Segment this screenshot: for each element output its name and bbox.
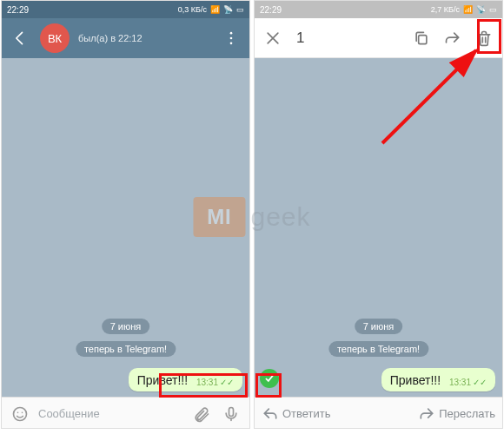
battery-icon: ▭ — [236, 5, 244, 14]
action-bar: Ответить Переслать — [255, 397, 502, 429]
input-bar: Сообщение — [2, 397, 249, 429]
selection-count: 1 — [293, 30, 401, 47]
forward-icon-button[interactable] — [441, 27, 464, 49]
net-speed: 2,7 КБ/с — [431, 5, 460, 14]
delete-button[interactable] — [473, 27, 495, 49]
forward-label: Переслать — [439, 407, 495, 420]
chat-canvas[interactable]: 7 июня теперь в Telegram! Привет!!! 13:3… — [2, 58, 249, 397]
phone-right: 22:29 2,7 КБ/с 📶 📡 ▭ 1 7 июн — [254, 0, 503, 429]
svg-point-0 — [230, 32, 233, 35]
svg-rect-6 — [229, 407, 234, 416]
svg-rect-7 — [419, 35, 427, 43]
system-pill: теперь в Telegram! — [76, 341, 176, 357]
back-button[interactable] — [9, 27, 31, 49]
message-time: 13:31 — [449, 378, 471, 387]
copy-button[interactable] — [410, 27, 433, 49]
message-text: Привет!!! — [390, 373, 441, 387]
wifi-icon: 📡 — [223, 5, 233, 14]
reply-button[interactable]: Ответить — [262, 405, 331, 423]
battery-icon: ▭ — [489, 5, 497, 14]
signal-icon: 📶 — [463, 5, 473, 14]
date-pill: 7 июня — [102, 319, 150, 334]
status-bar: 22:29 2,7 КБ/с 📶 📡 ▭ — [255, 1, 502, 18]
read-ticks-icon: ✓✓ — [473, 378, 487, 387]
title-block[interactable]: был(а) в 22:12 — [78, 33, 211, 43]
svg-point-5 — [22, 411, 23, 413]
message-time: 13:31 — [196, 378, 218, 387]
message-bubble[interactable]: Привет!!! 13:31✓✓ — [381, 368, 495, 391]
svg-point-1 — [230, 37, 233, 40]
phone-left: 22:29 0,3 КБ/с 📶 📡 ▭ ВК был(а) в 22:12 7… — [1, 0, 250, 429]
svg-point-2 — [230, 43, 233, 45]
status-bar: 22:29 0,3 КБ/с 📶 📡 ▭ — [2, 1, 249, 18]
read-ticks-icon: ✓✓ — [220, 378, 234, 387]
reply-label: Ответить — [282, 407, 331, 420]
selection-header: 1 — [255, 18, 502, 58]
message-input[interactable]: Сообщение — [38, 407, 183, 420]
net-speed: 0,3 КБ/с — [178, 5, 207, 14]
wifi-icon: 📡 — [476, 5, 486, 14]
message-meta: 13:31✓✓ — [196, 378, 234, 387]
svg-point-3 — [14, 407, 27, 420]
mic-button[interactable] — [220, 403, 242, 425]
status-indicators: 0,3 КБ/с 📶 📡 ▭ — [178, 5, 244, 14]
chat-subtitle: был(а) в 22:12 — [78, 33, 211, 43]
avatar[interactable]: ВК — [40, 23, 70, 53]
chat-canvas[interactable]: 7 июня теперь в Telegram! Привет!!! 13:3… — [255, 58, 502, 397]
forward-button[interactable]: Переслать — [418, 405, 495, 423]
message-meta: 13:31✓✓ — [449, 378, 487, 387]
close-button[interactable] — [262, 27, 284, 49]
status-time: 22:29 — [260, 5, 282, 15]
date-pill: 7 июня — [355, 319, 403, 334]
chat-header: ВК был(а) в 22:12 — [2, 18, 249, 58]
message-text: Привет!!! — [137, 373, 188, 387]
signal-icon: 📶 — [210, 5, 220, 14]
status-indicators: 2,7 КБ/с 📶 📡 ▭ — [431, 5, 497, 14]
svg-point-4 — [17, 411, 19, 413]
system-pill: теперь в Telegram! — [328, 341, 428, 357]
emoji-button[interactable] — [9, 403, 31, 425]
message-bubble[interactable]: Привет!!! 13:31✓✓ — [129, 368, 242, 391]
status-time: 22:29 — [7, 5, 29, 15]
selection-check-icon[interactable] — [260, 369, 279, 388]
more-button[interactable] — [220, 27, 242, 49]
attach-button[interactable] — [190, 403, 213, 425]
